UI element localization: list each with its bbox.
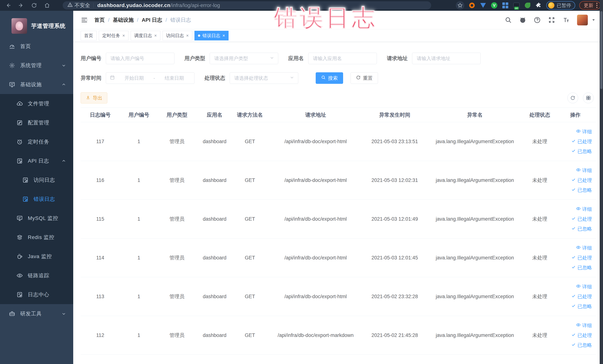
extension-leaf-icon[interactable] (524, 2, 531, 9)
sidebar-item-研发工具[interactable]: 研发工具 (0, 304, 73, 323)
search-icon[interactable] (505, 16, 512, 23)
sidebar-item-错误日志[interactable]: 错误日志 (0, 189, 73, 209)
timer-icon (16, 139, 23, 145)
help-icon[interactable] (534, 16, 541, 23)
browser-scrollbar[interactable] (600, 0, 603, 364)
user-avatar[interactable] (577, 15, 588, 25)
exception-time-range-picker[interactable]: 开始日期 - 结束日期 (106, 72, 195, 84)
action-已处理[interactable]: 已处理 (571, 255, 592, 261)
scrollbar-thumb[interactable] (600, 11, 603, 89)
filter-user-type: 用户类型 请选择用户类型 (185, 53, 278, 64)
action-已忽略[interactable]: 已忽略 (571, 264, 592, 271)
app-name-input[interactable] (308, 53, 377, 64)
action-已处理[interactable]: 已处理 (571, 177, 592, 184)
filter-label: 用户类型 (185, 55, 205, 62)
search-button[interactable]: 搜索 (316, 72, 343, 84)
request-url-input[interactable] (412, 53, 481, 64)
close-icon[interactable]: × (122, 33, 125, 38)
extension-switch-on-icon[interactable] (513, 2, 520, 9)
process-status-select[interactable]: 请选择处理状态 (230, 72, 298, 84)
cell-status: 未处理 (525, 122, 555, 161)
cell-method: GET (233, 316, 267, 355)
export-button[interactable]: 导出 (81, 92, 107, 104)
update-button[interactable]: 更新 (579, 1, 600, 10)
extension-grid-icon[interactable] (502, 2, 509, 9)
browser-home-button[interactable] (43, 1, 51, 10)
sidebar-item-文件管理[interactable]: 文件管理 (0, 94, 73, 113)
breadcrumb-item[interactable]: API 日志 (142, 16, 162, 23)
tab-首页[interactable]: 首页 (81, 31, 97, 40)
sidebar-item-首页[interactable]: 首页 (0, 37, 73, 56)
sidebar-item-基础设施[interactable]: 基础设施 (0, 75, 73, 94)
action-已处理[interactable]: 已处理 (571, 138, 592, 145)
extension-adblock-icon[interactable] (468, 2, 475, 9)
action-label: 已忽略 (577, 226, 592, 232)
sidebar-item-访问日志[interactable]: 访问日志 (0, 170, 73, 189)
paused-pill[interactable]: 已暂停 (546, 1, 575, 10)
action-已忽略[interactable]: 已忽略 (571, 226, 592, 232)
cell-url: /api/infra/db-doc/export-markdown (267, 316, 365, 355)
reset-button[interactable]: 重置 (350, 72, 378, 84)
action-已处理[interactable]: 已处理 (571, 216, 592, 222)
sidebar-item-链路追踪[interactable]: 链路追踪 (0, 266, 73, 285)
sidebar-item-定时任务[interactable]: 定时任务 (0, 132, 73, 151)
action-详细[interactable]: 详细 (576, 206, 592, 212)
extension-vue-devtools-icon[interactable]: V (491, 2, 498, 9)
user-id-input[interactable] (106, 53, 174, 64)
sidebar-item-java-监控[interactable]: Java 监控 (0, 247, 73, 266)
font-size-icon[interactable] (563, 16, 570, 23)
cell-status: 未处理 (525, 161, 555, 200)
extension-shield-icon[interactable] (480, 2, 487, 9)
sidebar-item-日志中心[interactable]: 日志中心 (0, 285, 73, 304)
action-已忽略[interactable]: 已忽略 (571, 187, 592, 193)
action-详细[interactable]: 详细 (576, 129, 592, 135)
bookmark-star-icon[interactable] (456, 1, 464, 10)
tab-定时任务[interactable]: 定时任务× (99, 31, 128, 40)
sidebar-item-redis-监控[interactable]: Redis 监控 (0, 228, 73, 247)
action-已处理[interactable]: 已处理 (571, 293, 592, 300)
fullscreen-icon[interactable] (548, 16, 555, 23)
user-type-select[interactable]: 请选择用户类型 (210, 53, 278, 64)
action-已处理[interactable]: 已处理 (571, 332, 592, 339)
stack-icon (16, 234, 23, 240)
cell-actions: 详细已处理已忽略 (555, 200, 596, 238)
row-actions: 详细已处理已忽略 (556, 200, 594, 238)
chevron-down-icon[interactable] (591, 18, 596, 22)
filter-row-1: 用户编号 用户类型 请选择用户类型 应用名 (81, 53, 596, 64)
github-icon[interactable] (519, 16, 526, 23)
action-已忽略[interactable]: 已忽略 (571, 303, 592, 310)
close-icon[interactable]: × (154, 33, 157, 38)
action-详细[interactable]: 详细 (576, 283, 592, 290)
close-icon[interactable]: × (186, 33, 189, 38)
action-已忽略[interactable]: 已忽略 (571, 342, 592, 348)
browser-forward-button[interactable] (17, 1, 25, 10)
breadcrumb-item[interactable]: 基础设施 (113, 16, 134, 23)
refresh-table-button[interactable] (568, 93, 578, 103)
close-icon[interactable]: × (222, 33, 225, 38)
filter-label: 请求地址 (387, 55, 408, 62)
action-已忽略[interactable]: 已忽略 (571, 148, 592, 155)
browser-back-button[interactable] (4, 1, 12, 10)
action-详细[interactable]: 详细 (576, 167, 592, 174)
hamburger-icon[interactable] (81, 16, 88, 24)
filter-process-status: 处理状态 请选择处理状态 (204, 72, 298, 84)
sidebar-item-mysql-监控[interactable]: MySQL 监控 (0, 209, 73, 228)
browser-menu-icon[interactable] (596, 3, 597, 8)
action-详细[interactable]: 详细 (576, 245, 592, 251)
check-icon (571, 139, 576, 145)
sidebar-item-系统管理[interactable]: 系统管理 (0, 56, 73, 75)
row-actions: 详细已处理已忽略 (556, 122, 594, 161)
tab-调度日志[interactable]: 调度日志× (131, 31, 160, 40)
breadcrumb-item[interactable]: 首页 (94, 16, 105, 23)
sidebar-item-配置管理[interactable]: 配置管理 (0, 113, 73, 132)
sidebar-item-label: MySQL 监控 (28, 215, 58, 222)
sidebar-item-api-日志[interactable]: API 日志 (0, 151, 73, 170)
security-label[interactable]: 不安全 (74, 2, 90, 9)
action-详细[interactable]: 详细 (576, 322, 592, 329)
extensions-puzzle-icon[interactable] (535, 2, 542, 9)
column-settings-button[interactable] (583, 93, 594, 103)
tab-错误日志[interactable]: 错误日志× (195, 31, 229, 40)
app-logo-row[interactable]: 芋道管理系统 (0, 11, 73, 37)
browser-reload-button[interactable] (30, 1, 38, 10)
tab-访问日志[interactable]: 访问日志× (162, 31, 192, 40)
